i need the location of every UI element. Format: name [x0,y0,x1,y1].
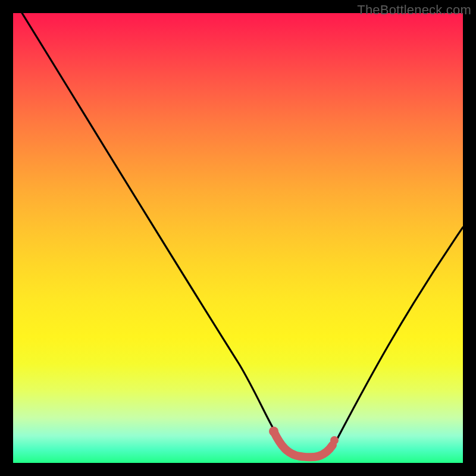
plot-area [13,13,463,463]
chart-frame: TheBottleneck.com [0,0,476,476]
watermark: TheBottleneck.com [357,2,471,18]
heat-gradient [13,13,463,463]
